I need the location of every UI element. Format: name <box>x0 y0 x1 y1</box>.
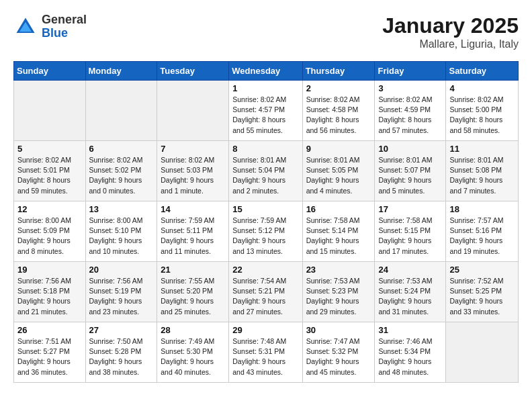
day-info: Sunrise: 7:56 AM Sunset: 5:19 PM Dayligh… <box>89 276 154 317</box>
day-info: Sunrise: 7:55 AM Sunset: 5:20 PM Dayligh… <box>161 276 225 317</box>
calendar-week-row: 1Sunrise: 8:02 AM Sunset: 4:57 PM Daylig… <box>14 81 519 141</box>
calendar-day-cell: 12Sunrise: 8:00 AM Sunset: 5:09 PM Dayli… <box>14 201 86 262</box>
day-info: Sunrise: 7:48 AM Sunset: 5:31 PM Dayligh… <box>232 336 298 377</box>
calendar-day-cell <box>85 81 157 141</box>
day-info: Sunrise: 7:56 AM Sunset: 5:18 PM Dayligh… <box>17 276 82 317</box>
day-info: Sunrise: 7:58 AM Sunset: 5:15 PM Dayligh… <box>378 216 442 257</box>
day-info: Sunrise: 7:57 AM Sunset: 5:16 PM Dayligh… <box>449 216 515 257</box>
day-number: 22 <box>232 265 298 275</box>
weekday-header: Wednesday <box>229 62 302 81</box>
day-info: Sunrise: 8:02 AM Sunset: 5:03 PM Dayligh… <box>161 155 225 196</box>
calendar-day-cell: 31Sunrise: 7:46 AM Sunset: 5:34 PM Dayli… <box>375 322 446 383</box>
day-number: 28 <box>161 325 225 335</box>
calendar-day-cell: 4Sunrise: 8:02 AM Sunset: 5:00 PM Daylig… <box>446 81 519 141</box>
title-block: January 2025 Mallare, Liguria, Italy <box>382 13 519 50</box>
day-number: 9 <box>306 144 371 154</box>
day-info: Sunrise: 8:02 AM Sunset: 4:58 PM Dayligh… <box>306 95 371 136</box>
day-number: 21 <box>161 265 225 275</box>
calendar-day-cell: 5Sunrise: 8:02 AM Sunset: 5:01 PM Daylig… <box>14 141 86 201</box>
calendar-day-cell: 28Sunrise: 7:49 AM Sunset: 5:30 PM Dayli… <box>157 322 229 383</box>
day-info: Sunrise: 8:01 AM Sunset: 5:05 PM Dayligh… <box>306 155 371 196</box>
day-number: 30 <box>306 325 371 335</box>
calendar-day-cell: 8Sunrise: 8:01 AM Sunset: 5:04 PM Daylig… <box>229 141 302 201</box>
calendar-day-cell: 30Sunrise: 7:47 AM Sunset: 5:32 PM Dayli… <box>302 322 375 383</box>
calendar-day-cell: 6Sunrise: 8:02 AM Sunset: 5:02 PM Daylig… <box>85 141 157 201</box>
day-number: 24 <box>378 265 442 275</box>
calendar-day-cell: 27Sunrise: 7:50 AM Sunset: 5:28 PM Dayli… <box>85 322 157 383</box>
calendar-day-cell: 14Sunrise: 7:59 AM Sunset: 5:11 PM Dayli… <box>157 201 229 262</box>
day-number: 29 <box>232 325 298 335</box>
calendar-day-cell: 22Sunrise: 7:54 AM Sunset: 5:21 PM Dayli… <box>229 262 302 322</box>
day-info: Sunrise: 7:52 AM Sunset: 5:25 PM Dayligh… <box>449 276 515 317</box>
day-number: 14 <box>161 204 225 214</box>
day-number: 1 <box>232 83 298 93</box>
day-info: Sunrise: 8:00 AM Sunset: 5:09 PM Dayligh… <box>17 216 82 257</box>
day-info: Sunrise: 7:58 AM Sunset: 5:14 PM Dayligh… <box>306 216 371 257</box>
calendar-day-cell: 25Sunrise: 7:52 AM Sunset: 5:25 PM Dayli… <box>446 262 519 322</box>
calendar-day-cell: 26Sunrise: 7:51 AM Sunset: 5:27 PM Dayli… <box>14 322 86 383</box>
weekday-header: Saturday <box>446 62 519 81</box>
calendar-day-cell: 7Sunrise: 8:02 AM Sunset: 5:03 PM Daylig… <box>157 141 229 201</box>
day-number: 23 <box>306 265 371 275</box>
day-info: Sunrise: 7:50 AM Sunset: 5:28 PM Dayligh… <box>89 336 154 377</box>
calendar-day-cell: 13Sunrise: 8:00 AM Sunset: 5:10 PM Dayli… <box>85 201 157 262</box>
day-info: Sunrise: 7:59 AM Sunset: 5:12 PM Dayligh… <box>232 216 298 257</box>
day-number: 20 <box>89 265 154 275</box>
day-number: 10 <box>378 144 442 154</box>
day-number: 19 <box>17 265 82 275</box>
day-info: Sunrise: 8:01 AM Sunset: 5:07 PM Dayligh… <box>378 155 442 196</box>
day-number: 18 <box>449 204 515 214</box>
page-header: General Blue January 2025 Mallare, Ligur… <box>13 13 519 50</box>
calendar-day-cell: 18Sunrise: 7:57 AM Sunset: 5:16 PM Dayli… <box>446 201 519 262</box>
calendar-day-cell: 29Sunrise: 7:48 AM Sunset: 5:31 PM Dayli… <box>229 322 302 383</box>
calendar-day-cell: 9Sunrise: 8:01 AM Sunset: 5:05 PM Daylig… <box>302 141 375 201</box>
calendar-day-cell: 11Sunrise: 8:01 AM Sunset: 5:08 PM Dayli… <box>446 141 519 201</box>
day-number: 31 <box>378 325 442 335</box>
day-info: Sunrise: 7:49 AM Sunset: 5:30 PM Dayligh… <box>161 336 225 377</box>
day-number: 4 <box>449 83 515 93</box>
day-number: 11 <box>449 144 515 154</box>
day-number: 5 <box>17 144 82 154</box>
weekday-header: Friday <box>375 62 446 81</box>
logo-icon <box>13 15 38 39</box>
day-number: 17 <box>378 204 442 214</box>
day-info: Sunrise: 7:59 AM Sunset: 5:11 PM Dayligh… <box>161 216 225 257</box>
day-number: 3 <box>378 83 442 93</box>
calendar-day-cell: 17Sunrise: 7:58 AM Sunset: 5:15 PM Dayli… <box>375 201 446 262</box>
logo: General Blue <box>13 13 87 40</box>
day-number: 27 <box>89 325 154 335</box>
day-info: Sunrise: 8:01 AM Sunset: 5:08 PM Dayligh… <box>449 155 515 196</box>
day-info: Sunrise: 7:53 AM Sunset: 5:24 PM Dayligh… <box>378 276 442 317</box>
day-info: Sunrise: 8:00 AM Sunset: 5:10 PM Dayligh… <box>89 216 154 257</box>
calendar-day-cell: 19Sunrise: 7:56 AM Sunset: 5:18 PM Dayli… <box>14 262 86 322</box>
day-info: Sunrise: 8:02 AM Sunset: 5:01 PM Dayligh… <box>17 155 82 196</box>
day-number: 16 <box>306 204 371 214</box>
day-info: Sunrise: 8:02 AM Sunset: 5:00 PM Dayligh… <box>449 95 515 136</box>
calendar-day-cell <box>14 81 86 141</box>
day-info: Sunrise: 7:53 AM Sunset: 5:23 PM Dayligh… <box>306 276 371 317</box>
calendar-day-cell <box>157 81 229 141</box>
day-info: Sunrise: 7:46 AM Sunset: 5:34 PM Dayligh… <box>378 336 442 377</box>
day-info: Sunrise: 8:02 AM Sunset: 4:57 PM Dayligh… <box>232 95 298 136</box>
day-number: 15 <box>232 204 298 214</box>
day-info: Sunrise: 7:47 AM Sunset: 5:32 PM Dayligh… <box>306 336 371 377</box>
calendar-week-row: 26Sunrise: 7:51 AM Sunset: 5:27 PM Dayli… <box>14 322 519 383</box>
calendar-week-row: 5Sunrise: 8:02 AM Sunset: 5:01 PM Daylig… <box>14 141 519 201</box>
calendar-title: January 2025 <box>382 13 519 38</box>
day-info: Sunrise: 8:01 AM Sunset: 5:04 PM Dayligh… <box>232 155 298 196</box>
calendar-day-cell: 15Sunrise: 7:59 AM Sunset: 5:12 PM Dayli… <box>229 201 302 262</box>
calendar-day-cell: 1Sunrise: 8:02 AM Sunset: 4:57 PM Daylig… <box>229 81 302 141</box>
calendar-day-cell: 20Sunrise: 7:56 AM Sunset: 5:19 PM Dayli… <box>85 262 157 322</box>
day-number: 6 <box>89 144 154 154</box>
day-info: Sunrise: 8:02 AM Sunset: 5:02 PM Dayligh… <box>89 155 154 196</box>
calendar-day-cell: 10Sunrise: 8:01 AM Sunset: 5:07 PM Dayli… <box>375 141 446 201</box>
calendar-week-row: 12Sunrise: 8:00 AM Sunset: 5:09 PM Dayli… <box>14 201 519 262</box>
weekday-header: Sunday <box>14 62 86 81</box>
logo-blue: Blue <box>42 27 87 40</box>
weekday-header: Thursday <box>302 62 375 81</box>
day-number: 25 <box>449 265 515 275</box>
day-number: 12 <box>17 204 82 214</box>
day-info: Sunrise: 7:51 AM Sunset: 5:27 PM Dayligh… <box>17 336 82 377</box>
weekday-header: Tuesday <box>157 62 229 81</box>
day-number: 13 <box>89 204 154 214</box>
